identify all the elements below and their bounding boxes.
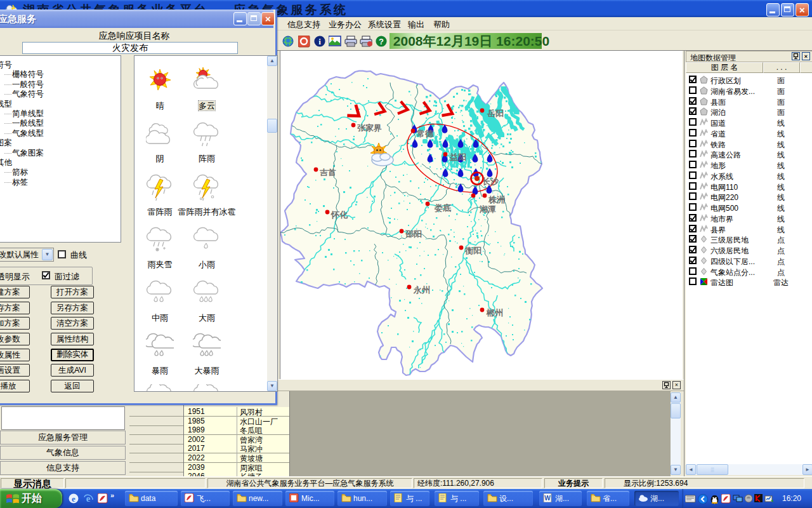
svg-text:怀化: 怀化 xyxy=(331,210,348,220)
svg-text:i: i xyxy=(318,37,321,46)
svg-text:株洲: 株洲 xyxy=(488,195,505,204)
svg-text:e: e xyxy=(72,494,75,504)
svg-text:吉首: 吉首 xyxy=(320,168,336,177)
svg-text:衡阳: 衡阳 xyxy=(464,246,481,255)
svg-text:益阳: 益阳 xyxy=(449,152,466,162)
svg-text:永州: 永州 xyxy=(413,285,430,295)
svg-text:张家界: 张家界 xyxy=(357,123,382,133)
svg-text:湘潭: 湘潭 xyxy=(479,204,496,214)
svg-text:娄底: 娄底 xyxy=(434,203,451,213)
svg-text:?: ? xyxy=(379,37,384,46)
svg-text:W: W xyxy=(544,495,551,502)
svg-text:岳阳: 岳阳 xyxy=(487,109,504,118)
svg-text:常德: 常德 xyxy=(416,129,434,138)
svg-text:长沙: 长沙 xyxy=(481,177,499,186)
svg-text:郴州: 郴州 xyxy=(486,308,503,318)
svg-text:邵阳: 邵阳 xyxy=(405,229,422,239)
